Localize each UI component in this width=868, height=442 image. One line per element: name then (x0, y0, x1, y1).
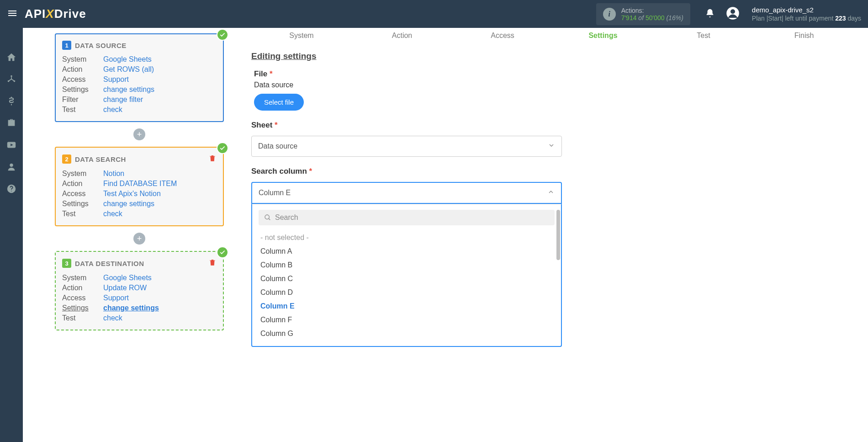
info-icon: i (603, 8, 616, 21)
user-info[interactable]: demo_apix-drive_s2 Plan |Start| left unt… (752, 6, 861, 22)
username: demo_apix-drive_s2 (752, 6, 861, 14)
header: APIXDrive i Actions: 7'914 of 50'000 (16… (0, 0, 868, 28)
actions-counter[interactable]: i Actions: 7'914 of 50'000 (16%) (596, 3, 690, 25)
user-avatar-icon[interactable] (726, 6, 740, 22)
menu-button[interactable] (7, 8, 18, 21)
bell-icon[interactable] (705, 8, 715, 20)
actions-label: Actions: (621, 7, 683, 14)
logo[interactable]: APIXDrive (25, 7, 86, 21)
plan-info: Plan |Start| left until payment 223 days (752, 15, 861, 22)
svg-point-1 (730, 9, 735, 14)
